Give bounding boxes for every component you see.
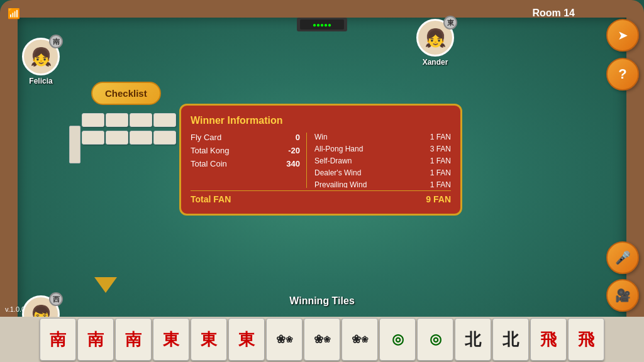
bottom-right-buttons: 🎤 🎥	[606, 241, 639, 312]
player-name-left: Felicia	[29, 77, 52, 85]
info-row-coin: Total Coin 340	[191, 159, 300, 168]
player-top: 👧 東 Xander	[416, 19, 454, 67]
fan-row-selfdrawn: Self-Drawn 1 FAN	[314, 156, 451, 165]
player-name-top: Xander	[423, 58, 448, 67]
winner-panel: Winner Information Fly Card 0 Total Kong…	[179, 104, 462, 216]
tile-circle-2: ❀❀	[304, 318, 340, 361]
wind-badge-left: 南	[49, 35, 63, 48]
dealerswind-label: Dealer's Wind	[314, 168, 361, 177]
exit-icon: ➤	[618, 28, 628, 43]
tile-nan-3: 南	[115, 318, 152, 361]
fan-row-win: Win 1 FAN	[314, 133, 451, 141]
info-row-fly: Fly Card 0	[191, 133, 300, 142]
fan-row-dealerswind: Dealer's Wind 1 FAN	[314, 168, 451, 177]
total-coin-value: 340	[286, 159, 300, 168]
total-kong-label: Total Kong	[191, 146, 229, 155]
total-kong-value: -20	[288, 146, 300, 155]
exit-button[interactable]: ➤	[606, 19, 639, 52]
tile-green-2: ◎	[417, 318, 453, 361]
tile-nan-1: 南	[40, 318, 76, 361]
win-label: Win	[314, 133, 328, 141]
total-coin-label: Total Coin	[191, 159, 227, 168]
allpong-value: 3 FAN	[430, 145, 451, 153]
fly-card-value: 0	[296, 133, 300, 142]
wifi-icon: 📶	[8, 8, 20, 19]
wind-badge-top: 東	[443, 16, 457, 30]
mic-button[interactable]: 🎤	[606, 241, 639, 274]
camera-button[interactable]: 🎥	[606, 279, 639, 312]
checklist-button[interactable]: Checklist	[91, 82, 161, 105]
win-value: 1 FAN	[430, 133, 451, 141]
svg-text:●●●●●: ●●●●●	[313, 21, 331, 28]
table-tile	[130, 131, 152, 145]
tile-dong-3: 東	[228, 318, 265, 361]
table-tile	[106, 131, 128, 145]
score-display: ●●●●●	[297, 18, 347, 31]
table-tile	[153, 113, 176, 127]
tile-circle-1: ❀❀	[266, 318, 303, 361]
allpong-label: All-Pong Hand	[314, 145, 363, 153]
total-fan-value: 9 FAN	[426, 194, 451, 204]
help-button[interactable]: ?	[606, 58, 639, 90]
fly-card-label: Fly Card	[191, 133, 221, 142]
tile-dong-1: 東	[153, 318, 189, 361]
total-fan-label: Total FAN	[191, 194, 231, 204]
fan-row-allpong: All-Pong Hand 3 FAN	[314, 145, 451, 153]
arrow-indicator	[94, 277, 117, 293]
tiles-left-area	[82, 113, 176, 145]
mic-icon: 🎤	[615, 250, 631, 265]
winner-right-column: Win 1 FAN All-Pong Hand 3 FAN Self-Drawn…	[307, 133, 451, 188]
wind-badge-bottom: 西	[49, 292, 63, 306]
selfdrawn-value: 1 FAN	[430, 156, 451, 165]
table-tile	[153, 131, 176, 145]
winner-left-column: Fly Card 0 Total Kong -20 Total Coin 340	[191, 133, 307, 188]
info-row-kong: Total Kong -20	[191, 146, 300, 155]
winning-tiles-label: Winning Tiles	[289, 295, 355, 307]
table-tile	[106, 113, 128, 127]
right-buttons: ➤ ?	[606, 19, 639, 90]
table-tile	[130, 113, 152, 127]
tile-circle-3: ❀❀	[341, 318, 378, 361]
total-fan-row: Total FAN 9 FAN	[191, 190, 451, 204]
tile-fly-1: 飛	[530, 318, 567, 361]
tile-bei-1: 北	[455, 318, 491, 361]
table-tile	[82, 131, 104, 145]
prevailingwind-value: 1 FAN	[430, 180, 451, 188]
fan-row-prevailingwind: Prevailing Wind 1 FAN	[314, 180, 451, 188]
tile-green-1: ◎	[379, 318, 416, 361]
tile-stack-left	[69, 126, 80, 163]
player-left: 👧 南 Felicia	[22, 38, 60, 85]
tile-bei-2: 北	[492, 318, 529, 361]
tile-fly-2: 飛	[568, 318, 604, 361]
selfdrawn-label: Self-Drawn	[314, 156, 352, 165]
help-icon: ?	[618, 66, 626, 82]
bottom-tiles-row: 南 南 南 東 東 東 ❀❀ ❀❀ ❀❀ ◎ ◎ 北 北 飛 飛	[0, 317, 644, 362]
camera-icon: 🎥	[615, 288, 631, 303]
table-tile	[82, 113, 104, 127]
tile-dong-2: 東	[191, 318, 227, 361]
winner-panel-title: Winner Information	[191, 115, 451, 126]
dealerswind-value: 1 FAN	[430, 168, 451, 177]
tile-nan-2: 南	[77, 318, 114, 361]
prevailingwind-label: Prevailing Wind	[314, 180, 367, 188]
room-label: Room 14	[532, 8, 575, 19]
